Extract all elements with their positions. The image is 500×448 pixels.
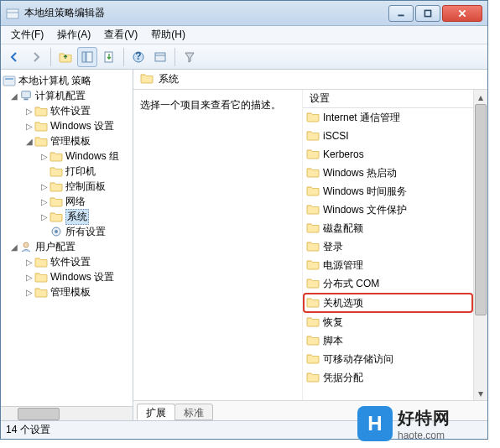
tree-pane: 本地计算机 策略 ◢ 计算机配置 ▷ 软件设置 ▷ Windows 设置	[1, 70, 133, 420]
settings-item[interactable]: 凭据分配	[303, 368, 473, 387]
tree-admin-templates[interactable]: ◢ 管理模板	[1, 133, 133, 148]
scrollbar-thumb[interactable]	[18, 408, 60, 420]
settings-item[interactable]: 脚本	[303, 331, 473, 350]
nav-back-button[interactable]	[4, 47, 24, 67]
tree-windows-settings[interactable]: ▷ Windows 设置	[1, 118, 133, 133]
expand-icon[interactable]: ▷	[24, 122, 34, 131]
settings-item[interactable]: Internet 通信管理	[303, 108, 473, 127]
collapse-icon[interactable]: ◢	[9, 91, 19, 101]
expand-icon[interactable]: ▷	[24, 107, 34, 116]
settings-item[interactable]: 分布式 COM	[303, 274, 473, 293]
tree-label: 软件设置	[50, 255, 91, 269]
folder-icon	[34, 271, 48, 283]
settings-item[interactable]: 磁盘配额	[303, 219, 473, 237]
settings-item[interactable]: Windows 时间服务	[303, 182, 473, 201]
tree-user-config[interactable]: ◢ 用户配置	[1, 239, 133, 254]
minimize-button[interactable]	[388, 5, 414, 22]
settings-item[interactable]: 关机选项	[303, 293, 473, 313]
tree-label: 所有设置	[65, 225, 106, 239]
tree-windows-components[interactable]: ▷ Windows 组	[1, 148, 133, 164]
folder-icon	[306, 352, 320, 367]
folder-icon	[306, 185, 320, 199]
properties-button[interactable]	[150, 47, 170, 67]
settings-item-label: 恢复	[323, 315, 343, 330]
settings-item[interactable]: 恢复	[303, 313, 473, 331]
tree-computer-config[interactable]: ◢ 计算机配置	[1, 88, 133, 103]
folder-icon	[34, 286, 48, 298]
maximize-button[interactable]	[415, 5, 440, 22]
folder-icon	[306, 371, 320, 385]
content-pane: 系统 选择一个项目来查看它的描述。 设置 Internet 通信管理iSCSIK…	[133, 70, 487, 420]
tree-u-software[interactable]: ▷ 软件设置	[1, 254, 133, 269]
expand-icon[interactable]: ▷	[39, 152, 49, 161]
status-text: 14 个设置	[6, 423, 50, 437]
tree-software-settings[interactable]: ▷ 软件设置	[1, 103, 133, 118]
folder-icon	[49, 195, 63, 207]
tree-h-scrollbar[interactable]	[1, 406, 133, 420]
tree-printers[interactable]: 打印机	[1, 164, 133, 179]
policy-icon	[3, 75, 16, 86]
tree-root[interactable]: 本地计算机 策略	[1, 73, 133, 88]
folder-icon	[34, 135, 48, 147]
tree-label: Windows 设置	[50, 119, 114, 133]
app-icon	[6, 7, 19, 20]
expand-icon[interactable]: ▷	[39, 212, 49, 221]
settings-item[interactable]: 登录	[303, 237, 473, 256]
close-button[interactable]	[442, 5, 482, 22]
folder-icon	[49, 211, 63, 222]
settings-list[interactable]: Internet 通信管理iSCSIKerberosWindows 热启动Win…	[303, 108, 473, 400]
collapse-icon[interactable]: ◢	[9, 242, 19, 252]
menu-view[interactable]: 查看(V)	[97, 26, 144, 44]
expand-icon[interactable]: ▷	[24, 288, 34, 297]
settings-item[interactable]: 电源管理	[303, 256, 473, 274]
tree-label: 计算机配置	[35, 89, 86, 103]
tree-label: 网络	[65, 195, 86, 209]
settings-item[interactable]: iSCSI	[303, 127, 473, 145]
folder-icon	[306, 334, 320, 348]
settings-item[interactable]: 可移动存储访问	[303, 350, 473, 368]
settings-v-scrollbar[interactable]: ▴ ▾	[473, 90, 487, 400]
menu-file[interactable]: 文件(F)	[4, 26, 50, 44]
collapse-icon[interactable]: ◢	[24, 137, 34, 146]
tree-scroll[interactable]: 本地计算机 策略 ◢ 计算机配置 ▷ 软件设置 ▷ Windows 设置	[1, 70, 133, 406]
scrollbar-thumb[interactable]	[475, 104, 487, 315]
settings-item[interactable]: Kerberos	[303, 145, 473, 164]
folder-icon	[306, 166, 320, 180]
column-header-settings[interactable]: 设置	[303, 90, 473, 108]
nav-forward-button[interactable]	[26, 47, 46, 67]
settings-item-label: 电源管理	[323, 258, 363, 273]
expand-icon[interactable]: ▷	[24, 273, 34, 282]
filter-button[interactable]	[180, 47, 200, 67]
expand-icon[interactable]: ▷	[39, 197, 49, 206]
folder-icon	[306, 258, 320, 273]
svg-rect-4	[7, 9, 18, 18]
tree-u-windows[interactable]: ▷ Windows 设置	[1, 269, 133, 284]
tree-label: 用户配置	[35, 240, 76, 254]
user-icon	[19, 241, 33, 253]
tree-network[interactable]: ▷ 网络	[1, 194, 133, 209]
expand-icon[interactable]: ▷	[24, 258, 34, 267]
up-level-button[interactable]	[55, 47, 76, 67]
folder-icon	[306, 296, 320, 310]
tree-label: 管理模板	[50, 285, 91, 300]
scroll-up-icon[interactable]: ▴	[474, 90, 487, 104]
tree-u-admin[interactable]: ▷ 管理模板	[1, 284, 133, 300]
tree-control-panel[interactable]: ▷ 控制面板	[1, 179, 133, 194]
tree-system[interactable]: ▷ 系统	[1, 209, 133, 224]
folder-icon	[306, 240, 320, 254]
tab-standard[interactable]: 标准	[174, 404, 213, 420]
export-list-button[interactable]	[99, 47, 119, 67]
settings-item[interactable]: Windows 热启动	[303, 164, 473, 182]
settings-item[interactable]: Windows 文件保护	[303, 201, 473, 219]
menu-help[interactable]: 帮助(H)	[144, 26, 192, 44]
show-tree-button[interactable]	[77, 47, 97, 67]
tab-extended[interactable]: 扩展	[137, 404, 175, 420]
settings-column: 设置 Internet 通信管理iSCSIKerberosWindows 热启动…	[303, 90, 473, 400]
expand-icon[interactable]: ▷	[39, 182, 49, 191]
settings-item-label: Internet 通信管理	[323, 111, 400, 125]
tree-all-settings[interactable]: 所有设置	[1, 224, 133, 239]
tree-label: 系统	[65, 209, 89, 225]
menu-action[interactable]: 操作(A)	[50, 26, 97, 44]
scroll-down-icon[interactable]: ▾	[474, 386, 487, 400]
help-button[interactable]: ?	[128, 47, 148, 67]
